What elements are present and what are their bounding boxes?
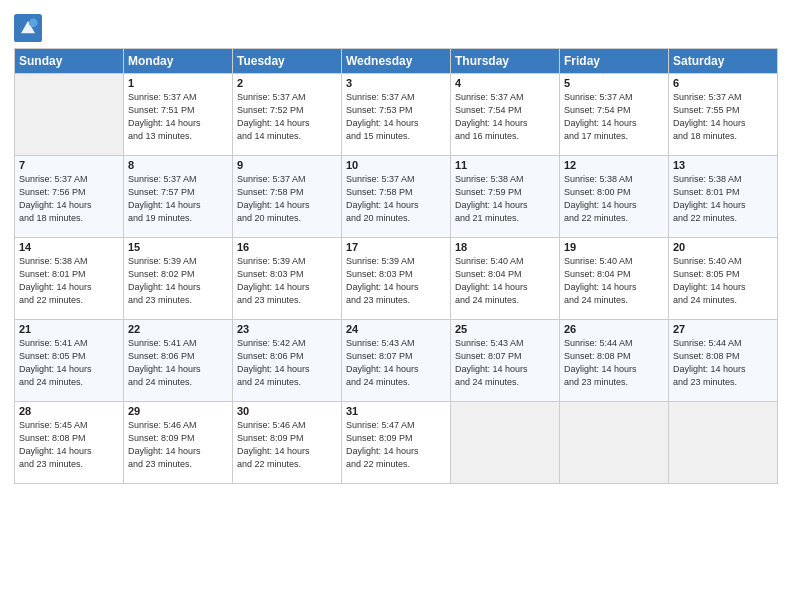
calendar-cell: 3Sunrise: 5:37 AM Sunset: 7:53 PM Daylig… [342, 74, 451, 156]
day-number: 19 [564, 241, 664, 253]
day-info: Sunrise: 5:38 AM Sunset: 8:00 PM Dayligh… [564, 173, 664, 225]
day-info: Sunrise: 5:37 AM Sunset: 7:54 PM Dayligh… [564, 91, 664, 143]
calendar-week-row: 7Sunrise: 5:37 AM Sunset: 7:56 PM Daylig… [15, 156, 778, 238]
day-info: Sunrise: 5:43 AM Sunset: 8:07 PM Dayligh… [455, 337, 555, 389]
day-info: Sunrise: 5:37 AM Sunset: 7:53 PM Dayligh… [346, 91, 446, 143]
day-info: Sunrise: 5:39 AM Sunset: 8:03 PM Dayligh… [237, 255, 337, 307]
day-info: Sunrise: 5:44 AM Sunset: 8:08 PM Dayligh… [564, 337, 664, 389]
day-number: 27 [673, 323, 773, 335]
weekday-header: Friday [560, 49, 669, 74]
day-info: Sunrise: 5:37 AM Sunset: 7:55 PM Dayligh… [673, 91, 773, 143]
weekday-header: Wednesday [342, 49, 451, 74]
day-number: 28 [19, 405, 119, 417]
calendar-cell: 21Sunrise: 5:41 AM Sunset: 8:05 PM Dayli… [15, 320, 124, 402]
day-number: 16 [237, 241, 337, 253]
day-number: 30 [237, 405, 337, 417]
calendar-cell: 11Sunrise: 5:38 AM Sunset: 7:59 PM Dayli… [451, 156, 560, 238]
day-info: Sunrise: 5:44 AM Sunset: 8:08 PM Dayligh… [673, 337, 773, 389]
day-number: 3 [346, 77, 446, 89]
calendar-cell: 13Sunrise: 5:38 AM Sunset: 8:01 PM Dayli… [669, 156, 778, 238]
day-number: 6 [673, 77, 773, 89]
day-info: Sunrise: 5:45 AM Sunset: 8:08 PM Dayligh… [19, 419, 119, 471]
calendar-cell: 4Sunrise: 5:37 AM Sunset: 7:54 PM Daylig… [451, 74, 560, 156]
calendar-cell: 28Sunrise: 5:45 AM Sunset: 8:08 PM Dayli… [15, 402, 124, 484]
day-number: 4 [455, 77, 555, 89]
day-number: 24 [346, 323, 446, 335]
calendar-header: SundayMondayTuesdayWednesdayThursdayFrid… [15, 49, 778, 74]
day-info: Sunrise: 5:40 AM Sunset: 8:05 PM Dayligh… [673, 255, 773, 307]
day-info: Sunrise: 5:39 AM Sunset: 8:02 PM Dayligh… [128, 255, 228, 307]
logo [14, 14, 44, 42]
calendar-cell: 18Sunrise: 5:40 AM Sunset: 8:04 PM Dayli… [451, 238, 560, 320]
calendar-cell: 10Sunrise: 5:37 AM Sunset: 7:58 PM Dayli… [342, 156, 451, 238]
day-number: 1 [128, 77, 228, 89]
calendar-cell [451, 402, 560, 484]
day-info: Sunrise: 5:41 AM Sunset: 8:06 PM Dayligh… [128, 337, 228, 389]
day-info: Sunrise: 5:38 AM Sunset: 7:59 PM Dayligh… [455, 173, 555, 225]
calendar-cell: 29Sunrise: 5:46 AM Sunset: 8:09 PM Dayli… [124, 402, 233, 484]
day-info: Sunrise: 5:37 AM Sunset: 7:51 PM Dayligh… [128, 91, 228, 143]
day-number: 17 [346, 241, 446, 253]
day-number: 11 [455, 159, 555, 171]
day-info: Sunrise: 5:37 AM Sunset: 7:58 PM Dayligh… [346, 173, 446, 225]
svg-point-2 [29, 18, 38, 27]
day-info: Sunrise: 5:40 AM Sunset: 8:04 PM Dayligh… [455, 255, 555, 307]
calendar-cell: 22Sunrise: 5:41 AM Sunset: 8:06 PM Dayli… [124, 320, 233, 402]
calendar-cell: 15Sunrise: 5:39 AM Sunset: 8:02 PM Dayli… [124, 238, 233, 320]
day-number: 15 [128, 241, 228, 253]
calendar-cell: 6Sunrise: 5:37 AM Sunset: 7:55 PM Daylig… [669, 74, 778, 156]
calendar-cell [669, 402, 778, 484]
day-number: 8 [128, 159, 228, 171]
calendar-cell: 31Sunrise: 5:47 AM Sunset: 8:09 PM Dayli… [342, 402, 451, 484]
calendar-cell: 5Sunrise: 5:37 AM Sunset: 7:54 PM Daylig… [560, 74, 669, 156]
calendar-cell: 16Sunrise: 5:39 AM Sunset: 8:03 PM Dayli… [233, 238, 342, 320]
day-info: Sunrise: 5:42 AM Sunset: 8:06 PM Dayligh… [237, 337, 337, 389]
day-info: Sunrise: 5:37 AM Sunset: 7:52 PM Dayligh… [237, 91, 337, 143]
day-info: Sunrise: 5:38 AM Sunset: 8:01 PM Dayligh… [19, 255, 119, 307]
day-info: Sunrise: 5:37 AM Sunset: 7:56 PM Dayligh… [19, 173, 119, 225]
day-info: Sunrise: 5:37 AM Sunset: 7:57 PM Dayligh… [128, 173, 228, 225]
day-info: Sunrise: 5:37 AM Sunset: 7:58 PM Dayligh… [237, 173, 337, 225]
day-number: 5 [564, 77, 664, 89]
calendar-week-row: 14Sunrise: 5:38 AM Sunset: 8:01 PM Dayli… [15, 238, 778, 320]
day-number: 13 [673, 159, 773, 171]
day-info: Sunrise: 5:40 AM Sunset: 8:04 PM Dayligh… [564, 255, 664, 307]
calendar-cell: 30Sunrise: 5:46 AM Sunset: 8:09 PM Dayli… [233, 402, 342, 484]
calendar-cell [560, 402, 669, 484]
page-header [14, 10, 778, 42]
day-info: Sunrise: 5:38 AM Sunset: 8:01 PM Dayligh… [673, 173, 773, 225]
day-number: 25 [455, 323, 555, 335]
calendar-cell: 25Sunrise: 5:43 AM Sunset: 8:07 PM Dayli… [451, 320, 560, 402]
weekday-header: Tuesday [233, 49, 342, 74]
day-number: 22 [128, 323, 228, 335]
calendar-cell: 19Sunrise: 5:40 AM Sunset: 8:04 PM Dayli… [560, 238, 669, 320]
calendar-week-row: 28Sunrise: 5:45 AM Sunset: 8:08 PM Dayli… [15, 402, 778, 484]
weekday-header: Sunday [15, 49, 124, 74]
calendar-week-row: 1Sunrise: 5:37 AM Sunset: 7:51 PM Daylig… [15, 74, 778, 156]
day-info: Sunrise: 5:46 AM Sunset: 8:09 PM Dayligh… [237, 419, 337, 471]
calendar-cell: 1Sunrise: 5:37 AM Sunset: 7:51 PM Daylig… [124, 74, 233, 156]
weekday-header: Thursday [451, 49, 560, 74]
calendar-week-row: 21Sunrise: 5:41 AM Sunset: 8:05 PM Dayli… [15, 320, 778, 402]
weekday-header: Monday [124, 49, 233, 74]
day-number: 14 [19, 241, 119, 253]
day-info: Sunrise: 5:39 AM Sunset: 8:03 PM Dayligh… [346, 255, 446, 307]
day-number: 20 [673, 241, 773, 253]
calendar-cell: 20Sunrise: 5:40 AM Sunset: 8:05 PM Dayli… [669, 238, 778, 320]
calendar-table: SundayMondayTuesdayWednesdayThursdayFrid… [14, 48, 778, 484]
calendar-cell: 7Sunrise: 5:37 AM Sunset: 7:56 PM Daylig… [15, 156, 124, 238]
calendar-cell: 26Sunrise: 5:44 AM Sunset: 8:08 PM Dayli… [560, 320, 669, 402]
day-number: 10 [346, 159, 446, 171]
day-number: 9 [237, 159, 337, 171]
day-number: 31 [346, 405, 446, 417]
calendar-cell: 27Sunrise: 5:44 AM Sunset: 8:08 PM Dayli… [669, 320, 778, 402]
day-info: Sunrise: 5:41 AM Sunset: 8:05 PM Dayligh… [19, 337, 119, 389]
day-number: 21 [19, 323, 119, 335]
calendar-cell [15, 74, 124, 156]
calendar-cell: 2Sunrise: 5:37 AM Sunset: 7:52 PM Daylig… [233, 74, 342, 156]
calendar-cell: 17Sunrise: 5:39 AM Sunset: 8:03 PM Dayli… [342, 238, 451, 320]
day-number: 7 [19, 159, 119, 171]
day-number: 2 [237, 77, 337, 89]
day-number: 23 [237, 323, 337, 335]
day-number: 18 [455, 241, 555, 253]
